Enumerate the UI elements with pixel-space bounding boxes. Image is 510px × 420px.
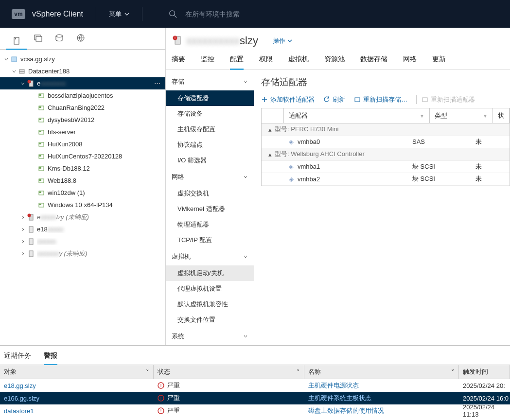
tree-item-actions[interactable]: ⋯: [154, 80, 160, 87]
alarm-name-link[interactable]: 主机硬件系统主板状态: [304, 394, 459, 402]
alarm-name-link[interactable]: 主机硬件电源状态: [304, 381, 459, 390]
tree-vm-item[interactable]: hfs-server: [0, 126, 165, 138]
chevron-down-icon[interactable]: ˅: [146, 368, 149, 376]
side-section-vm[interactable]: 虚拟机: [166, 248, 254, 265]
adapter-row[interactable]: ◈vmhba2块 SCSI未: [262, 173, 510, 186]
tab-摘要[interactable]: 摘要: [172, 55, 185, 70]
inventory-vms-icon[interactable]: [27, 34, 49, 45]
tree-vcenter[interactable]: vcsa.gg.slzy: [0, 53, 165, 65]
side-item[interactable]: 默认虚拟机兼容性: [166, 297, 254, 312]
tree-host-noresponse-1[interactable]: exxxxxlzy (未响应) ⋯: [0, 211, 165, 223]
svg-text:!: !: [29, 80, 29, 83]
tree-host-selected[interactable]: ! exxxxxxxx ⋯: [0, 77, 165, 89]
adapters-grid: 适配器▼ 类型▼ 状 ▴型号: PERC H730 Mini ◈vmhba0SA…: [261, 108, 510, 186]
inventory-network-icon[interactable]: [70, 34, 91, 45]
side-item[interactable]: 虚拟交换机: [166, 186, 254, 201]
tab-资源池[interactable]: 资源池: [324, 55, 345, 70]
adapter-icon: ◈: [289, 163, 294, 170]
tree-host-noresponse-2[interactable]: xxxxxxxy (未响应) ⋯: [0, 247, 165, 260]
tab-网络[interactable]: 网络: [403, 55, 417, 70]
col-status[interactable]: 状: [493, 108, 510, 123]
tab-数据存储[interactable]: 数据存储: [360, 55, 387, 70]
host-alert-icon: !: [172, 35, 182, 47]
side-item[interactable]: 存储设备: [166, 106, 254, 122]
chevron-down-icon: [243, 334, 248, 339]
side-item[interactable]: TCP/IP 配置: [166, 232, 254, 248]
vmware-logo: vm: [12, 9, 25, 19]
side-item[interactable]: 主机缓存配置: [166, 122, 254, 137]
col-type[interactable]: 类型▼: [430, 108, 493, 123]
tree-host-2[interactable]: e18xxxxx ⋯: [0, 223, 165, 235]
filter-icon[interactable]: ▼: [483, 113, 488, 119]
side-item[interactable]: 交换文件位置: [166, 312, 254, 328]
tab-权限[interactable]: 权限: [259, 55, 273, 70]
tree-vm-item[interactable]: dysybesbW2012: [0, 114, 165, 126]
plus-icon: [261, 96, 268, 103]
side-item[interactable]: 物理适配器: [166, 217, 254, 232]
side-item[interactable]: 虚拟机启动/关机: [166, 265, 254, 281]
alarm-name-link[interactable]: 磁盘上数据存储的使用情况: [304, 406, 459, 415]
alarm-row[interactable]: e18.gg.slzy!严重主机硬件电源状态2025/02/24 20:: [0, 379, 510, 392]
adapter-row[interactable]: ◈vmhba0SAS未: [262, 136, 510, 149]
side-item[interactable]: I/O 筛选器: [166, 153, 254, 168]
alarm-col-time[interactable]: 触发时间: [459, 365, 510, 379]
rescan-adapter-button: 重新扫描适配器: [422, 95, 475, 104]
tab-更新[interactable]: 更新: [432, 55, 446, 70]
tree-host-3[interactable]: xxxxxx ⋯: [0, 235, 165, 247]
alarm-object-link[interactable]: datastore1: [0, 407, 154, 415]
col-adapter[interactable]: 适配器▼: [284, 108, 430, 123]
side-item[interactable]: VMkernel 适配器: [166, 201, 254, 217]
side-item[interactable]: 代理虚拟机设置: [166, 281, 254, 297]
recent-tasks-tab[interactable]: 近期任务: [4, 351, 31, 365]
side-section-storage[interactable]: 存储: [166, 73, 254, 90]
tab-虚拟机[interactable]: 虚拟机: [288, 55, 309, 70]
tree-vm-item[interactable]: HuiXunCentos7-20220128: [0, 150, 165, 162]
chevron-down-icon[interactable]: ˅: [297, 368, 300, 376]
tree-vm-item[interactable]: bossdianzipiaojucentos: [0, 89, 165, 102]
global-search-input[interactable]: [185, 10, 292, 18]
side-item[interactable]: 存储适配器: [166, 90, 254, 106]
svg-rect-3: [15, 38, 16, 39]
vm-icon: [37, 190, 46, 196]
tab-配置[interactable]: 配置: [230, 55, 244, 70]
svg-rect-25: [39, 155, 41, 157]
adapter-row[interactable]: ◈vmhba1块 SCSI未: [262, 161, 510, 174]
expand-all-header[interactable]: [262, 108, 284, 123]
tab-监控[interactable]: 监控: [201, 55, 214, 70]
alarm-row[interactable]: datastore1!严重磁盘上数据存储的使用情况2025/02/24 11:1…: [0, 404, 510, 417]
tree-vm-item[interactable]: Web188.8: [0, 175, 165, 187]
inventory-hosts-icon[interactable]: [6, 36, 27, 50]
tree-vm-item[interactable]: HuiXun2008: [0, 138, 165, 150]
tree-vm-item[interactable]: Kms-Db188.12: [0, 162, 165, 175]
side-section-system[interactable]: 系统: [166, 328, 254, 345]
alarm-col-object[interactable]: 对象˅: [0, 365, 154, 379]
filter-icon[interactable]: ▼: [420, 113, 424, 119]
adapter-group-row[interactable]: ▴型号: PERC H730 Mini: [262, 123, 510, 136]
side-item[interactable]: 协议端点: [166, 137, 254, 153]
vm-icon: [37, 92, 46, 99]
tree-datacenter[interactable]: Datacenter188: [0, 65, 165, 77]
svg-rect-8: [12, 57, 17, 62]
refresh-button[interactable]: 刷新: [323, 95, 345, 104]
alarm-row[interactable]: e166.gg.slzy!严重主机硬件系统主板状态2025/02/24 16:0: [0, 392, 510, 404]
tree-vm-item[interactable]: ChuanRanBing2022: [0, 102, 165, 114]
inventory-storage-icon[interactable]: [49, 34, 70, 45]
alarm-object-link[interactable]: e18.gg.slzy: [0, 382, 154, 389]
vm-icon: [37, 165, 46, 172]
alarm-col-name[interactable]: 名称˅: [304, 365, 459, 379]
svg-rect-17: [39, 106, 41, 108]
menu-dropdown[interactable]: 菜单: [109, 10, 129, 18]
alarm-col-status[interactable]: 状态˅: [154, 365, 304, 379]
side-section-network[interactable]: 网络: [166, 168, 254, 186]
chevron-down-icon[interactable]: ˅: [451, 368, 455, 376]
alarm-object-link[interactable]: e166.gg.slzy: [0, 395, 154, 402]
alarms-tab[interactable]: 警报: [44, 351, 57, 365]
add-software-adapter-button[interactable]: 添加软件适配器: [261, 95, 315, 104]
tree-vm-item[interactable]: Windows 10 x64-IP134: [0, 199, 165, 211]
rescan-storage-button[interactable]: 重新扫描存储…: [354, 95, 407, 104]
tree-vm-item[interactable]: win10zdw (1): [0, 187, 165, 199]
caret-right-icon: [20, 215, 25, 220]
object-actions-menu[interactable]: 操作: [273, 36, 292, 45]
adapter-group-row[interactable]: ▴型号: Wellsburg AHCI Controller: [262, 148, 510, 161]
inventory-tree[interactable]: vcsa.gg.slzy Datacenter188 ! exxxxxxxx ⋯…: [0, 50, 165, 345]
